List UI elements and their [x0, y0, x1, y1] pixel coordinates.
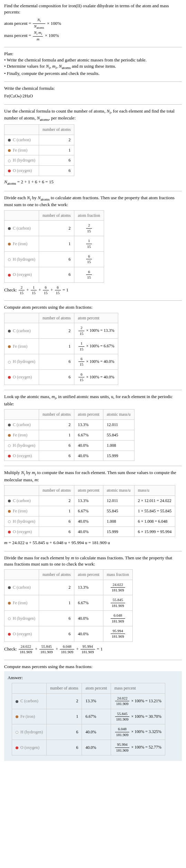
table-row: H (hydrogen)640.0%6.048181.909 × 100% = …: [12, 724, 165, 740]
divider: [4, 466, 182, 466]
iron-dot-icon: [16, 715, 18, 718]
atom-percent-formula: atom percent = NiNatoms × 100%: [4, 17, 182, 30]
carbon-dot-icon: [16, 700, 18, 703]
oxygen-dot-icon: [8, 455, 11, 457]
oxygen-dot-icon: [8, 633, 11, 636]
iron-dot-icon: [8, 345, 11, 348]
oxygen-dot-icon: [8, 376, 11, 379]
oxygen-dot-icon: [8, 531, 11, 533]
plan-heading: Plan:: [4, 51, 182, 57]
intro-section: Find the elemental composition for iron(…: [4, 3, 182, 42]
table-row: O (oxygen)6615 × 100% = 40.0%: [4, 369, 118, 385]
atom-percent-table: number of atomsatom percent C (carbon)22…: [4, 313, 118, 385]
table-row: O (oxygen)6: [4, 166, 74, 176]
intro-text: Find the elemental composition for iron(…: [4, 3, 182, 15]
atom-percent-section: Compute atom percents using the atom fra…: [4, 304, 182, 385]
n-atoms-sum: Natoms = 2 + 1 + 6 + 6 = 15: [4, 179, 182, 186]
table-row: H (hydrogen)640.0%1.008: [4, 440, 134, 451]
table-row: Fe (iron)16.67%55.845181.909 × 100% = 30…: [12, 709, 165, 724]
formula-heading: Write the chemical formula:: [4, 85, 182, 91]
hydrogen-dot-icon: [8, 617, 11, 620]
mass-fraction-table: number of atomsatom percentmass fraction…: [4, 569, 133, 642]
mass-fraction-check: Check: 24.022181.909 + 55.845181.909 + 6…: [4, 644, 182, 655]
table-row: C (carbon)213.3%24.022181.909: [4, 580, 133, 595]
count-intro: Use the chemical formula to count the nu…: [4, 108, 182, 123]
plan-bullet-1: • Write the chemical formula and gather …: [4, 57, 182, 63]
carbon-dot-icon: [8, 500, 11, 502]
table-row: O (oxygen)640.0%15.9996 × 15.999 = 95.99…: [4, 527, 175, 537]
divider: [4, 390, 182, 390]
mass-percent-formula: mass percent = Ni mim × 100%: [4, 30, 182, 42]
divider: [4, 551, 182, 551]
table-row: C (carbon)2215: [4, 221, 104, 236]
iron-dot-icon: [8, 602, 11, 605]
iron-dot-icon: [8, 243, 11, 245]
mass-percent-section: Compute mass percents using the mass fra…: [4, 664, 182, 761]
table-row: O (oxygen)640.0%95.994181.909: [4, 626, 133, 642]
oxygen-dot-icon: [8, 274, 11, 277]
chemical-formula: Fe(C₂O₄)·2H₂O: [4, 93, 182, 99]
oxygen-dot-icon: [8, 170, 11, 172]
atom-percent-intro: Compute atom percents using the atom fra…: [4, 304, 182, 310]
table-row: C (carbon)2215 × 100% = 13.3%: [4, 323, 118, 339]
atom-fraction-intro: Divide each Ni by Natoms to calculate at…: [4, 195, 182, 208]
atom-fraction-section: Divide each Ni by Natoms to calculate at…: [4, 195, 182, 296]
atomic-mass-intro: Look up the atomic mass, mi, in unified …: [4, 394, 182, 407]
answer-label: Answer:: [8, 675, 178, 681]
hydrogen-dot-icon: [8, 444, 11, 447]
divider: [4, 300, 182, 301]
answer-box: Answer: number of atomsatom percentmass …: [4, 671, 182, 761]
table-row: O (oxygen)640.0%15.999: [4, 451, 134, 461]
table-row: Fe (iron)16.67%55.8451 × 55.845 = 55.845: [4, 506, 175, 516]
hydrogen-dot-icon: [16, 731, 18, 734]
chemical-formula-section: Write the chemical formula: Fe(C₂O₄)·2H₂…: [4, 85, 182, 99]
table-row: H (hydrogen)6615: [4, 252, 104, 267]
table-row: Fe (iron)16.67%55.845181.909: [4, 595, 133, 611]
atomic-mass-section: Look up the atomic mass, mi, in unified …: [4, 394, 182, 461]
table-row: H (hydrogen)6: [4, 155, 74, 166]
table-row: H (hydrogen)640.0%1.0086 × 1.008 = 6.048: [4, 516, 175, 527]
atom-fraction-check: Check: 215 + 115 + 615 + 615 = 1: [4, 285, 182, 296]
atom-fraction-table: number of atomsatom fraction C (carbon)2…: [4, 210, 104, 283]
table-row: Fe (iron)1115: [4, 236, 104, 252]
divider: [4, 191, 182, 191]
iron-dot-icon: [8, 510, 11, 513]
plan-section: Plan: • Write the chemical formula and g…: [4, 51, 182, 77]
iron-dot-icon: [8, 434, 11, 437]
table-row: Fe (iron)1: [4, 145, 74, 155]
answer-table: number of atomsatom percentmass percent …: [12, 683, 165, 755]
mass-percent-intro: Compute mass percents using the mass fra…: [4, 664, 182, 670]
molecular-mass-sum: m = 24.022 u + 55.845 u + 6.048 u + 95.9…: [4, 540, 182, 546]
hydrogen-dot-icon: [8, 361, 11, 364]
table-row: Fe (iron)1115 × 100% = 6.67%: [4, 339, 118, 354]
table-row: C (carbon)2: [4, 135, 74, 145]
carbon-dot-icon: [8, 227, 11, 230]
plan-bullet-3: • Finally, compute the percents and chec…: [4, 70, 182, 77]
mass-fraction-section: Divide the mass for each element by m to…: [4, 555, 182, 655]
atomic-mass-table: number of atomsatom percentatomic mass/u…: [4, 409, 134, 461]
carbon-dot-icon: [8, 139, 11, 142]
atom-count-table: number of atoms C (carbon)2 Fe (iron)1 H…: [4, 124, 74, 176]
mass-calc-table: number of atomsatom percentatomic mass/u…: [4, 485, 175, 537]
table-row: H (hydrogen)640.0%6.048181.909: [4, 611, 133, 626]
table-row: O (oxygen)6615: [4, 267, 104, 282]
divider: [4, 104, 182, 105]
count-section: Use the chemical formula to count the nu…: [4, 108, 182, 186]
table-row: C (carbon)213.3%12.0112 × 12.011 = 24.02…: [4, 496, 175, 506]
hydrogen-dot-icon: [8, 160, 11, 162]
divider: [4, 47, 182, 47]
iron-dot-icon: [8, 149, 11, 152]
oxygen-dot-icon: [16, 746, 18, 749]
table-row: C (carbon)213.3%12.011: [4, 420, 134, 430]
table-row: Fe (iron)16.67%55.845: [4, 430, 134, 441]
table-row: O (oxygen)640.0%95.994181.909 × 100% = 5…: [12, 740, 165, 755]
plan-bullet-2: • Determine values for Ni, mi, Natoms an…: [4, 63, 182, 70]
hydrogen-dot-icon: [8, 520, 11, 523]
table-row: H (hydrogen)6615 × 100% = 40.0%: [4, 354, 118, 369]
divider: [4, 660, 182, 660]
mass-fraction-intro: Divide the mass for each element by m to…: [4, 555, 182, 567]
table-row: C (carbon)213.3%24.022181.909 × 100% = 1…: [12, 693, 165, 709]
mass-calc-intro: Multiply Ni by mi to compute the mass fo…: [4, 470, 182, 483]
hydrogen-dot-icon: [8, 258, 11, 261]
divider: [4, 81, 182, 82]
